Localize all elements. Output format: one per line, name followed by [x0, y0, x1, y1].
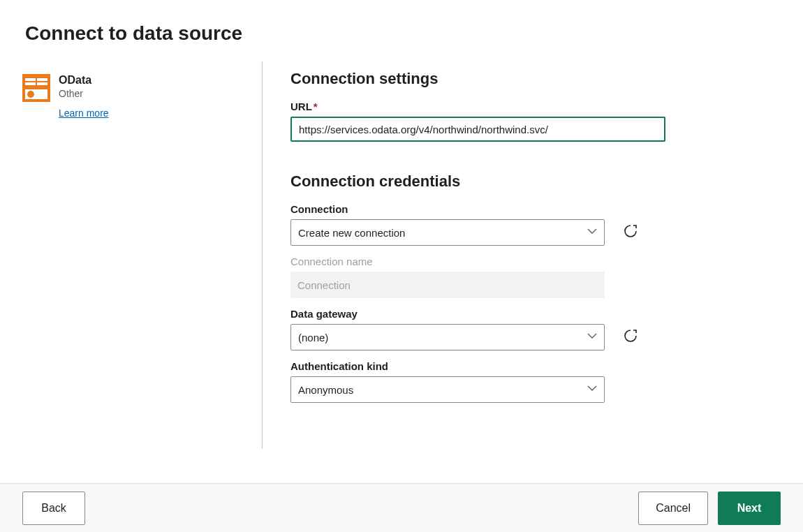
chevron-down-icon [587, 331, 597, 343]
url-label-text: URL [290, 101, 312, 112]
svg-rect-4 [37, 82, 47, 85]
connection-name-label: Connection name [290, 256, 775, 267]
required-indicator: * [314, 101, 318, 112]
gateway-select-value: (none) [298, 332, 328, 343]
svg-rect-2 [37, 78, 47, 81]
connector-category: Other [59, 88, 91, 99]
refresh-icon [623, 328, 638, 346]
connection-name-input: Connection [290, 272, 605, 298]
connection-select-value: Create new connection [298, 227, 405, 239]
section-connection-settings: Connection settings [290, 70, 775, 88]
url-input[interactable] [290, 117, 665, 142]
refresh-connection-button[interactable] [619, 219, 642, 246]
connection-select[interactable]: Create new connection [290, 219, 605, 246]
page-title: Connect to data source [25, 22, 778, 45]
chevron-down-icon [587, 383, 597, 396]
connector-item: OData Other [22, 74, 262, 102]
svg-rect-1 [25, 78, 36, 81]
connector-sidebar: OData Other Learn more [22, 61, 263, 449]
connection-label: Connection [290, 203, 605, 215]
next-button[interactable]: Next [718, 492, 781, 525]
url-label: URL* [290, 101, 775, 112]
auth-select-value: Anonymous [298, 384, 353, 396]
chevron-down-icon [587, 226, 597, 239]
connector-title: OData [59, 74, 91, 87]
connection-name-placeholder: Connection [297, 279, 351, 291]
form-panel: Connection settings URL* Connection cred… [263, 61, 803, 449]
learn-more-link[interactable]: Learn more [59, 108, 109, 119]
cancel-button[interactable]: Cancel [638, 492, 708, 525]
footer: Back Cancel Next [0, 483, 803, 532]
gateway-label: Data gateway [290, 308, 605, 320]
svg-rect-3 [25, 82, 36, 85]
auth-label: Authentication kind [290, 360, 775, 372]
back-button[interactable]: Back [22, 492, 85, 525]
svg-point-6 [27, 91, 34, 98]
refresh-gateway-button[interactable] [619, 324, 642, 350]
auth-select[interactable]: Anonymous [290, 376, 605, 403]
gateway-select[interactable]: (none) [290, 324, 605, 350]
section-connection-credentials: Connection credentials [290, 172, 775, 191]
refresh-icon [623, 223, 638, 242]
odata-connector-icon [22, 74, 50, 102]
